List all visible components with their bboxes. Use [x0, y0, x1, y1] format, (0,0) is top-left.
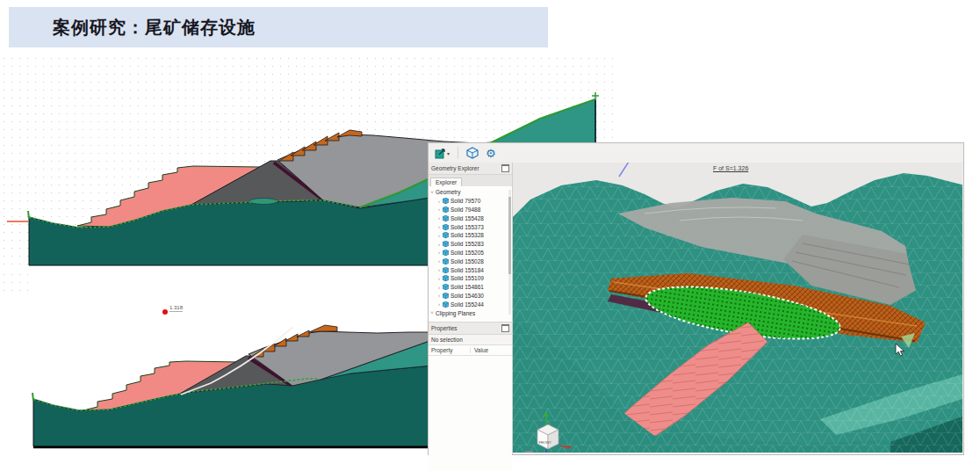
- tree-node-solid[interactable]: ›Solid 79488: [429, 206, 512, 214]
- chevron-right-icon: ›: [436, 285, 443, 290]
- geometry-tree[interactable]: ˅ Geometry ›Solid 79570 ›Solid 79488 ›So…: [429, 186, 512, 322]
- tab-explorer[interactable]: Explorer: [430, 178, 462, 186]
- chevron-right-icon: ›: [436, 242, 443, 247]
- tree-node-solid[interactable]: ›Solid 155028: [429, 257, 512, 265]
- properties-header: Properties: [429, 322, 512, 335]
- view-cube-icon: [466, 147, 479, 159]
- cross-section-lower-drawing: 1.318: [0, 271, 457, 452]
- chevron-right-icon: ›: [436, 258, 443, 264]
- properties-columns: Property Value: [429, 345, 512, 356]
- float-panel-icon[interactable]: [501, 164, 509, 172]
- view-cube-button[interactable]: [465, 145, 480, 161]
- property-column-header: Property: [429, 347, 471, 353]
- tree-node-solid[interactable]: ›Solid 154630: [429, 292, 512, 301]
- solid-cube-icon: [443, 258, 449, 264]
- chevron-right-icon: ›: [436, 293, 443, 298]
- toolbar-separator: [458, 147, 458, 159]
- tree-node-clipping-planes[interactable]: ˅ Clipping Planes: [429, 308, 512, 317]
- solid-cube-icon: [443, 224, 449, 230]
- solid-cube-icon: [443, 293, 449, 299]
- solid-cube-icon: [443, 198, 449, 204]
- solid-cube-icon: [443, 215, 449, 221]
- cross-section-lower: 1.318: [0, 271, 457, 452]
- dropdown-caret-icon: ▾: [447, 150, 450, 156]
- page-title: 案例研究：尾矿储存设施: [53, 16, 256, 40]
- select-tool-icon: [435, 148, 447, 159]
- 3d-viewport[interactable]: F of S=1.326: [513, 163, 962, 453]
- chevron-right-icon: ›: [436, 267, 443, 272]
- solid-cube-icon: [443, 267, 449, 273]
- app-toolbar: ▾ ⚙: [429, 143, 963, 163]
- tree-node-solid[interactable]: ›Solid 154861: [429, 283, 512, 292]
- scrollbar-thumb[interactable]: [508, 197, 511, 274]
- geometry-explorer-title: Geometry Explorer: [431, 165, 479, 171]
- tree-node-solid[interactable]: ›Solid 155109: [429, 274, 512, 283]
- 3d-scene: FRONT: [513, 163, 962, 453]
- tree-node-solid[interactable]: ›Solid 155244: [429, 300, 512, 308]
- rs3-window: ▾ ⚙ Geometry Explorer Explorer: [428, 142, 964, 455]
- solid-cube-icon: [443, 275, 449, 281]
- settings-button[interactable]: ⚙: [484, 145, 498, 161]
- explorer-tab-row: Explorer: [429, 175, 512, 186]
- geometry-explorer-header: Geometry Explorer: [429, 163, 512, 175]
- left-panel: Geometry Explorer Explorer ˅ Geometry ›S…: [429, 163, 513, 454]
- chevron-down-icon: ˅: [429, 310, 436, 315]
- chevron-right-icon: ›: [436, 207, 443, 212]
- float-panel-icon[interactable]: [501, 324, 509, 332]
- solid-cube-icon: [443, 207, 449, 213]
- solid-cube-icon: [443, 250, 449, 256]
- tree-node-solid[interactable]: ›Solid 79570: [429, 197, 512, 206]
- chevron-right-icon: ›: [436, 224, 443, 229]
- slip-center-dot: [162, 309, 168, 315]
- properties-title: Properties: [431, 325, 458, 331]
- nav-cube-front-label: FRONT: [539, 440, 552, 445]
- tree-scrollbar[interactable]: [508, 190, 511, 315]
- left-tick: [32, 393, 33, 401]
- title-banner: 案例研究：尾矿储存设施: [9, 7, 548, 47]
- value-column-header: Value: [471, 347, 488, 353]
- solid-cube-icon: [443, 232, 449, 238]
- properties-grid: [429, 356, 512, 471]
- chevron-right-icon: ›: [436, 233, 443, 238]
- factor-of-safety-label: F of S=1.326: [713, 165, 748, 171]
- fs-2d-label: 1.318: [169, 305, 184, 310]
- solid-cube-icon: [443, 241, 449, 247]
- chevron-right-icon: ›: [436, 199, 443, 204]
- axis-line: [619, 163, 631, 177]
- selection-status: No selection: [429, 335, 512, 345]
- solid-cube-icon: [443, 284, 449, 290]
- tree-node-solid[interactable]: ›Solid 155428: [429, 214, 512, 222]
- chevron-right-icon: ›: [436, 215, 443, 221]
- tree-node-solid[interactable]: ›Solid 155184: [429, 265, 512, 274]
- slide: 案例研究：尾矿储存设施: [0, 0, 980, 471]
- select-tool-button[interactable]: ▾: [433, 145, 451, 161]
- tree-node-solid[interactable]: ›Solid 155205: [429, 249, 512, 257]
- tree-node-solid[interactable]: ›Solid 155283: [429, 240, 512, 249]
- chevron-right-icon: ›: [436, 250, 443, 255]
- tree-node-solid[interactable]: ›Solid 155373: [429, 222, 512, 231]
- solid-cube-icon: [443, 301, 449, 308]
- chevron-down-icon: ˅: [429, 190, 436, 195]
- tree-node-solid[interactable]: ›Solid 155328: [429, 231, 512, 240]
- chevron-right-icon: ›: [436, 276, 443, 281]
- tree-node-geometry[interactable]: ˅ Geometry: [429, 188, 512, 197]
- chevron-right-icon: ›: [436, 301, 443, 307]
- settings-gear-icon: ⚙: [486, 148, 496, 159]
- left-tick: [28, 211, 29, 219]
